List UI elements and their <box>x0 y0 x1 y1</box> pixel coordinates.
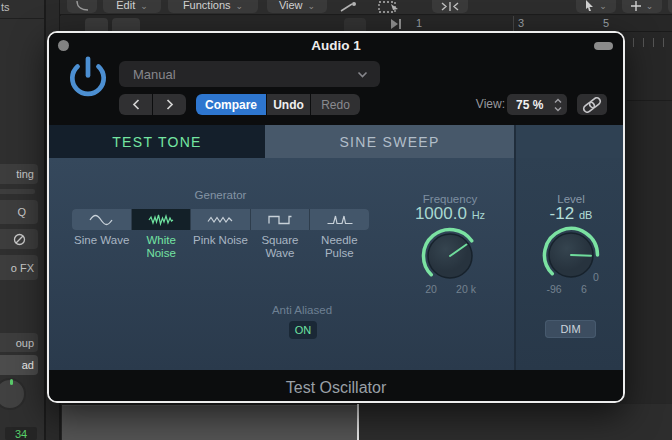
view-zoom-value: 75 % <box>516 98 543 112</box>
compare-undo-redo-group: Compare Undo Redo <box>196 94 360 115</box>
channel-eq-button[interactable]: Q <box>0 200 38 224</box>
preset-dropdown[interactable]: Manual <box>119 61 380 87</box>
arrange-area-fragment <box>627 32 672 403</box>
automation-label: ad <box>22 359 34 371</box>
white-noise-label: White Noise <box>131 234 190 260</box>
track-area-fragment <box>359 404 672 440</box>
preset-value: Manual <box>133 67 176 82</box>
anti-aliased-label: Anti Aliased <box>237 304 367 316</box>
channel-audiofx-button[interactable]: o FX <box>0 255 38 280</box>
functions-menu[interactable]: Functions⌄ <box>168 0 258 13</box>
white-noise-icon <box>146 213 176 227</box>
chevron-right-icon <box>166 99 174 110</box>
view-menu[interactable]: View⌄ <box>267 0 327 13</box>
chevron-left-icon <box>132 99 140 110</box>
level-meter-readout: 34 <box>5 427 37 440</box>
plugin-window: Audio 1 Manual Compare Undo Redo View: 7… <box>47 31 625 403</box>
frequency-knob[interactable] <box>418 224 482 288</box>
generator-option-square-wave[interactable] <box>251 209 310 230</box>
ruler-tick <box>663 38 664 47</box>
frequency-value: 1000.0 Hz <box>385 204 515 224</box>
ruler-tick <box>633 38 634 47</box>
ruler-number: 1 <box>416 17 422 29</box>
view-label: View: <box>447 97 505 111</box>
phase-circle-icon <box>13 233 26 246</box>
sine-wave-icon <box>86 213 116 227</box>
eq-label: Q <box>17 206 26 218</box>
generator-option-pink-noise[interactable] <box>191 209 250 230</box>
view-zoom-stepper[interactable]: 75 % <box>507 94 567 115</box>
tab-test-tone[interactable]: TEST TONE <box>49 125 265 158</box>
chevron-down-icon: ⌄ <box>236 1 244 11</box>
audiofx-label: o FX <box>11 262 34 274</box>
generator-label: Generator <box>72 189 369 201</box>
next-preset-button[interactable] <box>153 94 186 115</box>
redo-button[interactable]: Redo <box>311 94 360 115</box>
link-icon <box>581 97 603 113</box>
arrow-cursor-icon <box>585 0 594 11</box>
needle-pulse-label: Needle Pulse <box>310 234 369 260</box>
pink-noise-icon <box>205 213 235 227</box>
level-value: -12 dB <box>506 204 625 224</box>
catch-playhead-button[interactable] <box>67 0 97 13</box>
playhead-line[interactable] <box>357 404 359 440</box>
marquee-tool-icon[interactable] <box>378 0 400 13</box>
square-wave-label: Square Wave <box>250 234 309 260</box>
right-tool-selector[interactable]: ⌄ <box>668 0 672 13</box>
sine-wave-label: Sine Wave <box>72 234 131 260</box>
previous-preset-button[interactable] <box>119 94 152 115</box>
skip-marker-icon <box>390 18 404 30</box>
group-label: oup <box>16 337 34 349</box>
functions-menu-label: Functions <box>183 0 231 11</box>
ruler-number: 3 <box>518 17 524 29</box>
square-wave-icon <box>265 213 295 227</box>
shrink-icon <box>441 2 459 11</box>
tab-filler <box>514 125 623 158</box>
level-number: -12 <box>550 204 575 223</box>
edit-menu-label: Edit <box>116 0 135 11</box>
generator-option-white-noise[interactable] <box>132 209 191 230</box>
channel-format-button[interactable] <box>0 229 38 249</box>
bypass-power-button[interactable] <box>65 53 111 99</box>
generator-segmented-control <box>72 209 369 230</box>
divider <box>0 18 44 19</box>
chevron-down-icon: ⌄ <box>140 1 148 11</box>
channel-setting-button[interactable]: ting <box>0 164 38 184</box>
channel-automation-button[interactable]: ad <box>0 355 38 375</box>
ruler-tick <box>513 16 514 31</box>
anti-aliased-toggle[interactable]: ON <box>289 321 317 339</box>
plugin-header: Audio 1 Manual Compare Undo Redo View: 7… <box>49 33 623 125</box>
catch-icon <box>75 1 89 11</box>
plugin-name-footer: Test Oscillator <box>49 370 623 403</box>
crosshair-icon <box>631 1 641 11</box>
tab-sine-sweep[interactable]: SINE SWEEP <box>265 125 514 158</box>
ruler-tick <box>653 38 654 47</box>
level-unit: dB <box>579 209 592 221</box>
link-button[interactable] <box>577 94 607 115</box>
frequency-unit: Hz <box>472 209 485 221</box>
chevron-down-icon: ⌄ <box>308 1 316 11</box>
view-menu-label: View <box>279 0 303 11</box>
channel-group-button[interactable]: oup <box>0 333 38 352</box>
tab-bar: TEST TONE SINE SWEEP <box>49 125 623 158</box>
dim-button[interactable]: DIM <box>545 320 596 338</box>
shrink-regions-button[interactable] <box>432 0 468 13</box>
undo-button[interactable]: Undo <box>267 94 310 115</box>
pointer-tool-selector[interactable]: ⌄ <box>576 0 616 13</box>
panel-text-fragment: ts <box>1 1 10 13</box>
frequency-max-tick: 20 k <box>446 283 486 295</box>
arrange-toolbar: Edit⌄ Functions⌄ View⌄ ⌄ ⌄ ⌄ <box>60 0 672 15</box>
window-resize-pill[interactable] <box>594 42 613 50</box>
track-divider <box>627 100 672 101</box>
secondary-tool-selector[interactable]: ⌄ <box>622 0 662 13</box>
generator-option-needle-pulse[interactable] <box>310 209 369 230</box>
edit-menu[interactable]: Edit⌄ <box>103 0 161 13</box>
chevron-down-icon: ⌄ <box>599 1 607 11</box>
frequency-min-tick: 20 <box>411 283 451 295</box>
preset-nav-group <box>119 94 186 115</box>
automation-pencil-icon[interactable] <box>340 0 358 13</box>
chevron-down-icon <box>357 71 368 78</box>
compare-button[interactable]: Compare <box>196 94 266 115</box>
generator-option-sine-wave[interactable] <box>72 209 131 230</box>
pink-noise-label: Pink Noise <box>191 234 250 260</box>
